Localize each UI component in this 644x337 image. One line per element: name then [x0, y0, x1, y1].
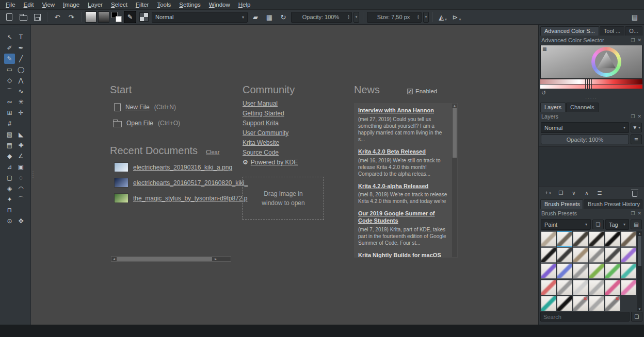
brush-preset[interactable] [621, 263, 636, 279]
community-link[interactable]: Krita Website [243, 139, 298, 146]
recent-document-row[interactable]: the_magic_stylus_by_tysontan-d9fp872.p [114, 193, 248, 203]
tool-line[interactable]: ╱ [15, 54, 26, 64]
tool-bezier-curve[interactable]: ⌒ [4, 86, 15, 96]
scroll-up-icon[interactable]: ▲ [638, 231, 641, 235]
value-marker[interactable] [585, 84, 588, 89]
brush-preset[interactable] [605, 280, 620, 295]
brush-search-input[interactable] [540, 312, 630, 322]
reload-preset-button[interactable]: ▦ [263, 11, 276, 23]
tool-text[interactable]: T [15, 32, 26, 42]
brush-preset[interactable] [589, 296, 604, 311]
community-link[interactable]: Support Krita [243, 120, 298, 127]
new-file-link[interactable]: New File [125, 104, 150, 111]
spinner-arrows-icon[interactable]: ▴▾ [416, 14, 420, 20]
tool-assistants[interactable]: ⊿ [4, 162, 15, 172]
scroll-left-icon[interactable]: ◂ [111, 257, 117, 261]
redo-button[interactable]: ↷ [65, 11, 77, 23]
tool-rectangular-select[interactable]: ▢ [4, 173, 15, 183]
brush-preset[interactable] [557, 263, 572, 279]
mirror-horizontal-button[interactable]: ◭ ▾ [437, 11, 449, 23]
color-shade-strip[interactable] [540, 79, 642, 84]
menu-item[interactable]: View [38, 1, 59, 9]
tool-similar-color-select[interactable]: ✦ [4, 194, 15, 205]
brush-preset[interactable]: ✕ [605, 296, 620, 311]
tool-select-shapes[interactable]: ↖ [4, 32, 15, 42]
opacity-options-caret[interactable]: ▾ [353, 12, 359, 23]
news-item[interactable]: Krita Nightly Builds for macOS [358, 252, 448, 258]
community-link-label[interactable]: Powered by KDE [251, 159, 298, 166]
open-file-action[interactable]: Open File (Ctrl+O) [113, 119, 180, 127]
brush-preset[interactable] [573, 280, 588, 295]
brush-preset[interactable] [557, 247, 572, 263]
menu-item[interactable]: Edit [20, 1, 38, 9]
new-image-button[interactable] [3, 11, 15, 23]
tool-transform[interactable]: ⊞ [4, 108, 15, 118]
menu-item[interactable]: Layer [84, 1, 107, 9]
tab-brush-preset-history[interactable]: Brush Preset History [584, 199, 642, 209]
tool-polyline[interactable]: ⋀ [15, 75, 26, 86]
news-item-title[interactable]: Our 2019 Google Summer of Code Students [358, 210, 448, 225]
tool-polygon[interactable]: ◇ [4, 75, 15, 86]
tab-tool-options[interactable]: Tool ... [600, 26, 624, 36]
news-item[interactable]: Krita 4.2.0-alpha Released (mei 8, 2019)… [358, 183, 448, 205]
color-value-strip[interactable] [540, 85, 642, 89]
scrollbar-thumb[interactable] [117, 257, 212, 261]
tool-calligraphy[interactable]: ✒ [15, 43, 26, 53]
recent-document-link[interactable]: the_magic_stylus_by_tysontan-d9fp872.p [133, 195, 247, 202]
tool-ellipse[interactable]: ◯ [15, 64, 26, 75]
brush-preset[interactable] [541, 296, 556, 311]
brush-preset[interactable] [621, 231, 636, 247]
recent-documents-scrollbar[interactable]: ◂ ▸ [111, 256, 231, 262]
brush-preset[interactable] [573, 231, 588, 247]
layer-filter-button[interactable]: ▼ ▾ [631, 123, 642, 132]
news-item-title[interactable]: Interview with Anna Hannon [358, 107, 448, 114]
color-wheel[interactable] [591, 47, 621, 77]
menu-item[interactable]: File [2, 1, 20, 9]
open-file-link[interactable]: Open File [126, 120, 153, 127]
brush-preset[interactable] [541, 247, 556, 263]
community-link-label[interactable]: User Manual [243, 100, 278, 107]
community-link[interactable]: ⚙ Powered by KDE [243, 159, 298, 166]
blending-mode-select[interactable]: Normal ▾ [152, 12, 248, 23]
tool-freehand-select[interactable]: ◠ [15, 183, 26, 194]
brush-preset[interactable] [621, 280, 636, 295]
scrollbar-thumb[interactable] [638, 236, 641, 266]
fill-pattern-button[interactable] [138, 11, 150, 23]
tab-brush-presets[interactable]: Brush Presets [540, 199, 583, 209]
refresh-button[interactable]: ↻ [277, 11, 289, 23]
refresh-colors-icon[interactable]: ↺ [541, 90, 546, 96]
scroll-up-icon[interactable]: ▲ [453, 104, 456, 108]
tool-freehand-path[interactable]: ∿ [15, 86, 26, 96]
scroll-down-icon[interactable]: ▼ [638, 307, 641, 311]
close-docker-icon[interactable]: ✕ [637, 114, 641, 119]
brush-preset[interactable] [605, 247, 620, 263]
color-selector-settings-icon[interactable]: ▦ [542, 47, 547, 52]
open-image-button[interactable] [17, 11, 29, 23]
brush-preset-chooser-button[interactable]: ✎ [124, 11, 136, 23]
size-options-caret[interactable]: ▾ [423, 12, 429, 23]
float-docker-icon[interactable]: ❐ [631, 211, 635, 216]
menu-item[interactable]: Settings [175, 1, 205, 9]
spinner-arrows-icon[interactable]: ▴▾ [347, 14, 350, 20]
duplicate-layer-button[interactable]: ❐ [555, 188, 567, 198]
news-enabled-checkbox[interactable]: ✓ Enabled [407, 88, 437, 94]
brush-preset[interactable] [557, 231, 572, 247]
recent-document-row[interactable]: electrichearts_20190316_kiki_a.png [114, 162, 248, 172]
brush-preset[interactable]: ✕ [573, 296, 588, 311]
drag-image-dropzone[interactable]: Drag Image in window to open [243, 177, 324, 220]
eraser-mode-button[interactable]: ▰ [249, 11, 262, 23]
community-link-label[interactable]: Source Code [243, 149, 279, 156]
tab-channels[interactable]: Channels [566, 103, 598, 112]
checkbox-check-icon[interactable]: ✓ [407, 89, 413, 94]
brush-preset[interactable] [557, 280, 572, 295]
tool-measure[interactable]: ∠ [15, 151, 26, 161]
move-layer-down-button[interactable]: ∨ [568, 188, 579, 198]
foreground-background-color-selector[interactable] [111, 11, 122, 23]
value-marker[interactable] [589, 84, 592, 89]
community-link[interactable]: User Manual [243, 100, 298, 107]
close-docker-icon[interactable]: ✕ [637, 211, 641, 216]
community-link[interactable]: Getting Started [243, 110, 298, 117]
news-list[interactable]: ▲ Interview with Anna Hannon (mei 27, 20… [354, 103, 458, 258]
brush-preset[interactable] [573, 247, 588, 263]
tool-polygonal-select[interactable]: ◈ [4, 183, 15, 194]
